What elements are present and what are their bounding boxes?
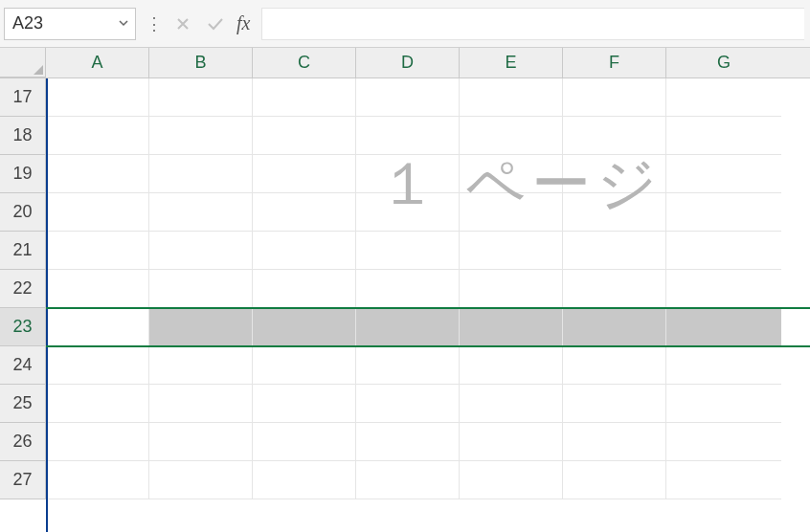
chevron-down-icon[interactable]: [118, 16, 129, 32]
cell[interactable]: [666, 232, 781, 270]
cell[interactable]: [460, 155, 563, 193]
row-header[interactable]: 17: [0, 78, 46, 117]
column-header[interactable]: A: [46, 48, 149, 78]
cell[interactable]: [46, 270, 149, 308]
cell[interactable]: [46, 423, 149, 461]
cell[interactable]: [666, 193, 781, 232]
cell[interactable]: [563, 308, 666, 346]
cell[interactable]: [460, 385, 563, 423]
cell[interactable]: [356, 232, 460, 270]
cell[interactable]: [149, 423, 253, 461]
cell[interactable]: [253, 461, 356, 499]
row-header[interactable]: 20: [0, 193, 46, 232]
row-header[interactable]: 23: [0, 308, 46, 346]
spreadsheet-grid[interactable]: A B C D E F G 1718192021222324252627 １ ペ…: [0, 48, 810, 532]
cell[interactable]: [46, 117, 149, 155]
cell[interactable]: [46, 346, 149, 385]
cell[interactable]: [666, 423, 781, 461]
fx-icon[interactable]: fx: [236, 12, 254, 34]
cell[interactable]: [149, 78, 253, 117]
cell[interactable]: [666, 117, 781, 155]
column-header[interactable]: F: [563, 48, 666, 78]
cell[interactable]: [149, 232, 253, 270]
cell[interactable]: [460, 461, 563, 499]
cancel-icon[interactable]: [171, 12, 194, 35]
cell[interactable]: [46, 308, 149, 346]
cell[interactable]: [666, 270, 781, 308]
cell[interactable]: [460, 117, 563, 155]
cell[interactable]: [46, 193, 149, 232]
cell[interactable]: [253, 232, 356, 270]
row-header[interactable]: 24: [0, 346, 46, 385]
cell[interactable]: [356, 461, 460, 499]
cell[interactable]: [149, 270, 253, 308]
cell[interactable]: [149, 308, 253, 346]
cell[interactable]: [563, 270, 666, 308]
cell[interactable]: [666, 385, 781, 423]
cell[interactable]: [460, 78, 563, 117]
cell[interactable]: [563, 193, 666, 232]
column-header[interactable]: G: [666, 48, 781, 78]
cell[interactable]: [356, 308, 460, 346]
row-header[interactable]: 22: [0, 270, 46, 308]
cell[interactable]: [563, 461, 666, 499]
cell[interactable]: [46, 461, 149, 499]
cell[interactable]: [46, 78, 149, 117]
cell[interactable]: [666, 346, 781, 385]
cell[interactable]: [253, 308, 356, 346]
cell[interactable]: [356, 117, 460, 155]
cell[interactable]: [563, 385, 666, 423]
cell[interactable]: [253, 385, 356, 423]
cell[interactable]: [563, 78, 666, 117]
cell[interactable]: [149, 193, 253, 232]
cell[interactable]: [356, 78, 460, 117]
cell[interactable]: [563, 155, 666, 193]
row-header[interactable]: 19: [0, 155, 46, 193]
cell[interactable]: [149, 155, 253, 193]
cell[interactable]: [253, 117, 356, 155]
cell[interactable]: [460, 308, 563, 346]
cell[interactable]: [563, 423, 666, 461]
cell[interactable]: [253, 346, 356, 385]
row-header[interactable]: 21: [0, 232, 46, 270]
row-header[interactable]: 27: [0, 461, 46, 499]
cell[interactable]: [666, 78, 781, 117]
cell[interactable]: [460, 346, 563, 385]
cell[interactable]: [356, 193, 460, 232]
cell[interactable]: [356, 385, 460, 423]
select-all-button[interactable]: [0, 48, 46, 78]
formula-input[interactable]: [261, 8, 804, 40]
cell[interactable]: [356, 423, 460, 461]
cell[interactable]: [460, 423, 563, 461]
row-header[interactable]: 25: [0, 385, 46, 423]
column-header[interactable]: C: [253, 48, 356, 78]
cell[interactable]: [460, 270, 563, 308]
cell[interactable]: [563, 346, 666, 385]
name-box[interactable]: A23: [4, 8, 136, 40]
cell[interactable]: [149, 117, 253, 155]
cell[interactable]: [149, 385, 253, 423]
cell[interactable]: [253, 155, 356, 193]
cell[interactable]: [666, 308, 781, 346]
cell[interactable]: [46, 385, 149, 423]
cell[interactable]: [460, 193, 563, 232]
cell[interactable]: [253, 270, 356, 308]
cell[interactable]: [46, 232, 149, 270]
cell[interactable]: [563, 117, 666, 155]
cell[interactable]: [149, 346, 253, 385]
cell[interactable]: [46, 155, 149, 193]
cell[interactable]: [149, 461, 253, 499]
cell[interactable]: [253, 193, 356, 232]
cell[interactable]: [460, 232, 563, 270]
column-header[interactable]: D: [356, 48, 460, 78]
enter-icon[interactable]: [204, 12, 227, 35]
cell[interactable]: [253, 423, 356, 461]
cell[interactable]: [666, 461, 781, 499]
row-header[interactable]: 18: [0, 117, 46, 155]
cell[interactable]: [253, 78, 356, 117]
cell[interactable]: [666, 155, 781, 193]
cell[interactable]: [356, 155, 460, 193]
column-header[interactable]: B: [149, 48, 253, 78]
row-header[interactable]: 26: [0, 423, 46, 461]
column-header[interactable]: E: [460, 48, 563, 78]
